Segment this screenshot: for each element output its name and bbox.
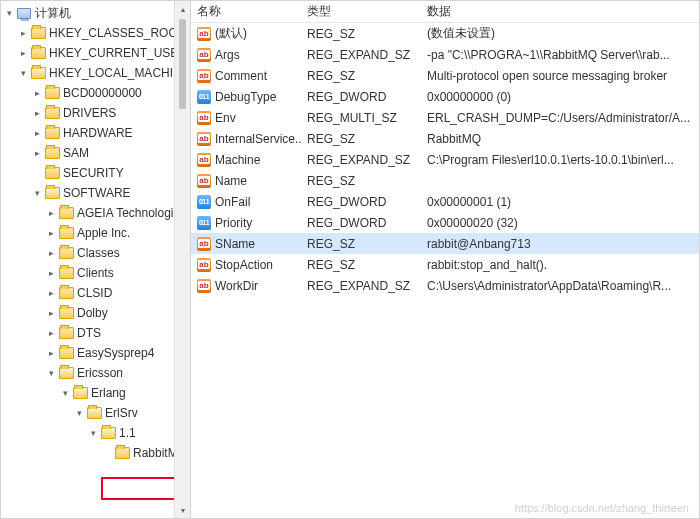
tree-item[interactable]: ▸HKEY_CURRENT_USER — [1, 43, 190, 63]
folder-icon — [30, 25, 46, 41]
value-data: Multi-protocol open source messaging bro… — [427, 69, 667, 83]
chevron-right-icon[interactable]: ▸ — [17, 27, 29, 39]
column-header-data[interactable]: 数据 — [421, 1, 699, 22]
reg-string-icon — [197, 237, 211, 251]
chevron-right-icon[interactable]: ▸ — [31, 147, 43, 159]
value-name-cell: Env — [191, 107, 301, 128]
value-name: StopAction — [215, 258, 273, 272]
tree-item[interactable]: ▸Classes — [1, 243, 190, 263]
chevron-down-icon[interactable]: ▾ — [73, 407, 85, 419]
tree-item[interactable]: ▸Clients — [1, 263, 190, 283]
tree-root-computer[interactable]: ▾ 计算机 — [1, 3, 190, 23]
value-data-cell: Multi-protocol open source messaging bro… — [421, 65, 699, 86]
tree-item[interactable]: ▸RabbitM — [1, 443, 190, 463]
tree-item-label: Clients — [77, 266, 114, 280]
tree-item[interactable]: ▾1.1 — [1, 423, 190, 443]
value-row[interactable]: MachineREG_EXPAND_SZC:\Program Files\erl… — [191, 149, 699, 170]
chevron-right-icon[interactable]: ▸ — [45, 347, 57, 359]
chevron-down-icon[interactable]: ▾ — [31, 187, 43, 199]
value-data: 0x00000001 (1) — [427, 195, 511, 209]
value-data: rabbit@Anbang713 — [427, 237, 531, 251]
tree-item-label: DTS — [77, 326, 101, 340]
tree-item[interactable]: ▾HKEY_LOCAL_MACHINE — [1, 63, 190, 83]
registry-tree[interactable]: ▾ 计算机 ▸HKEY_CLASSES_ROOT▸HKEY_CURRENT_US… — [1, 1, 190, 465]
tree-item[interactable]: ▸DTS — [1, 323, 190, 343]
value-name: Args — [215, 48, 240, 62]
chevron-down-icon[interactable]: ▾ — [45, 367, 57, 379]
value-row[interactable]: OnFailREG_DWORD0x00000001 (1) — [191, 191, 699, 212]
chevron-right-icon[interactable]: ▸ — [45, 307, 57, 319]
chevron-down-icon[interactable]: ▾ — [3, 7, 15, 19]
value-row[interactable]: PriorityREG_DWORD0x00000020 (32) — [191, 212, 699, 233]
tree-item[interactable]: ▸HARDWARE — [1, 123, 190, 143]
value-data: 0x00000020 (32) — [427, 216, 518, 230]
tree-item[interactable]: ▾SOFTWARE — [1, 183, 190, 203]
value-data-cell: rabbit@Anbang713 — [421, 233, 699, 254]
highlight-annotation — [101, 477, 177, 500]
value-row[interactable]: InternalService...REG_SZRabbitMQ — [191, 128, 699, 149]
tree-item[interactable]: ▸BCD00000000 — [1, 83, 190, 103]
chevron-right-icon[interactable]: ▸ — [45, 227, 57, 239]
tree-scrollbar[interactable]: ▴ ▾ — [174, 1, 190, 518]
chevron-right-icon[interactable]: ▸ — [45, 207, 57, 219]
tree-item[interactable]: ▸HKEY_CLASSES_ROOT — [1, 23, 190, 43]
value-type-cell: REG_SZ — [301, 23, 421, 44]
folder-icon — [58, 225, 74, 241]
tree-item[interactable]: ▸SECURITY — [1, 163, 190, 183]
value-name: (默认) — [215, 25, 247, 42]
value-name-cell: Comment — [191, 65, 301, 86]
chevron-down-icon[interactable]: ▾ — [59, 387, 71, 399]
value-row[interactable]: EnvREG_MULTI_SZERL_CRASH_DUMP=C:/Users/A… — [191, 107, 699, 128]
reg-string-icon — [197, 27, 211, 41]
value-row[interactable]: CommentREG_SZMulti-protocol open source … — [191, 65, 699, 86]
chevron-right-icon[interactable]: ▸ — [45, 287, 57, 299]
tree-item[interactable]: ▸AGEIA Technologies — [1, 203, 190, 223]
chevron-right-icon[interactable]: ▸ — [45, 267, 57, 279]
chevron-right-icon[interactable]: ▸ — [17, 47, 29, 59]
value-row[interactable]: NameREG_SZ — [191, 170, 699, 191]
value-data: C:\Program Files\erl10.0.1\erts-10.0.1\b… — [427, 153, 674, 167]
chevron-right-icon[interactable]: ▸ — [31, 87, 43, 99]
chevron-right-icon[interactable]: ▸ — [31, 107, 43, 119]
tree-item[interactable]: ▾Ericsson — [1, 363, 190, 383]
tree-item-label: CLSID — [77, 286, 112, 300]
value-type-cell: REG_SZ — [301, 128, 421, 149]
tree-item[interactable]: ▸DRIVERS — [1, 103, 190, 123]
tree-item[interactable]: ▸Apple Inc. — [1, 223, 190, 243]
tree-item[interactable]: ▾Erlang — [1, 383, 190, 403]
value-type-cell: REG_SZ — [301, 233, 421, 254]
value-data-cell: RabbitMQ — [421, 128, 699, 149]
value-row[interactable]: SNameREG_SZrabbit@Anbang713 — [191, 233, 699, 254]
tree-item[interactable]: ▸Dolby — [1, 303, 190, 323]
chevron-right-icon[interactable]: ▸ — [45, 247, 57, 259]
tree-item[interactable]: ▸EasySysprep4 — [1, 343, 190, 363]
chevron-down-icon[interactable]: ▾ — [17, 67, 29, 79]
value-name-cell: InternalService... — [191, 128, 301, 149]
chevron-right-icon[interactable]: ▸ — [45, 327, 57, 339]
value-name: SName — [215, 237, 255, 251]
value-name: InternalService... — [215, 132, 301, 146]
column-header-type[interactable]: 类型 — [301, 1, 421, 22]
value-data-cell — [421, 170, 699, 191]
tree-item-label: HKEY_CLASSES_ROOT — [49, 26, 185, 40]
value-row[interactable]: DebugTypeREG_DWORD0x00000000 (0) — [191, 86, 699, 107]
scroll-up-button[interactable]: ▴ — [175, 1, 190, 17]
reg-string-icon — [197, 48, 211, 62]
value-row[interactable]: StopActionREG_SZrabbit:stop_and_halt(). — [191, 254, 699, 275]
value-type-cell: REG_EXPAND_SZ — [301, 275, 421, 296]
chevron-right-icon[interactable]: ▸ — [31, 127, 43, 139]
tree-item[interactable]: ▾ErlSrv — [1, 403, 190, 423]
value-type: REG_EXPAND_SZ — [307, 48, 410, 62]
chevron-down-icon[interactable]: ▾ — [87, 427, 99, 439]
tree-item[interactable]: ▸SAM — [1, 143, 190, 163]
scroll-down-button[interactable]: ▾ — [175, 502, 190, 518]
reg-string-icon — [197, 132, 211, 146]
value-row[interactable]: ArgsREG_EXPAND_SZ -pa "C:\\PROGRA~1\\Rab… — [191, 44, 699, 65]
value-type: REG_EXPAND_SZ — [307, 153, 410, 167]
column-header-name[interactable]: 名称 — [191, 1, 301, 22]
reg-binary-icon — [197, 216, 211, 230]
tree-item[interactable]: ▸CLSID — [1, 283, 190, 303]
value-row[interactable]: (默认)REG_SZ(数值未设置) — [191, 23, 699, 44]
scroll-thumb[interactable] — [179, 19, 186, 109]
value-row[interactable]: WorkDirREG_EXPAND_SZC:\Users\Administrat… — [191, 275, 699, 296]
